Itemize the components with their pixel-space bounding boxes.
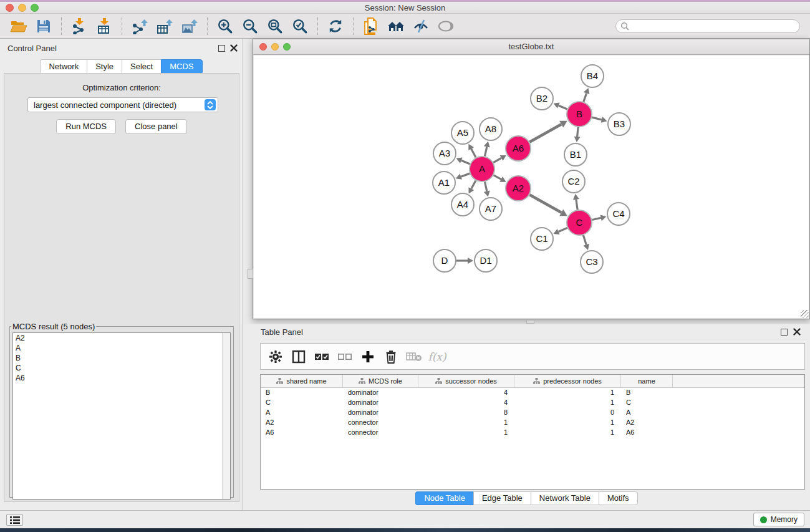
- node-C1[interactable]: C1: [531, 228, 553, 250]
- memory-button[interactable]: Memory: [753, 513, 804, 526]
- edge-A6-B[interactable]: [529, 124, 561, 142]
- edge-C-C4[interactable]: [592, 218, 600, 220]
- node-B4[interactable]: B4: [581, 65, 604, 87]
- export-table-icon[interactable]: [152, 16, 177, 37]
- open-session-icon[interactable]: [6, 16, 31, 37]
- edge-C-C2[interactable]: [576, 200, 577, 210]
- edge-A-A5[interactable]: [471, 149, 476, 158]
- zoom-window-icon[interactable]: [283, 43, 291, 51]
- node-C[interactable]: C: [567, 210, 592, 235]
- node-C2[interactable]: C2: [562, 170, 585, 193]
- minimize-window-icon[interactable]: [271, 43, 279, 51]
- node-A6[interactable]: A6: [506, 136, 531, 161]
- node-A5[interactable]: A5: [451, 122, 474, 144]
- table-row[interactable]: Cdominator41C: [261, 398, 804, 408]
- edge-B-B3[interactable]: [592, 117, 601, 120]
- table-row[interactable]: A2connector11A2: [261, 418, 804, 428]
- select-all-icon[interactable]: [313, 347, 330, 366]
- export-network-icon[interactable]: [127, 16, 152, 37]
- table-row[interactable]: Bdominator41B: [261, 388, 804, 398]
- edge-A-A4[interactable]: [471, 180, 476, 188]
- export-image-icon[interactable]: [177, 16, 202, 37]
- hide-details-icon[interactable]: [408, 16, 433, 37]
- close-panel-button[interactable]: Close panel: [125, 119, 187, 134]
- node-C4[interactable]: C4: [607, 203, 630, 225]
- node-C3[interactable]: C3: [581, 251, 603, 273]
- bird-eye-icon[interactable]: [433, 16, 458, 37]
- edge-A2-C[interactable]: [529, 195, 561, 213]
- save-session-icon[interactable]: [31, 16, 56, 37]
- criterion-select[interactable]: largest connected component (directed): [27, 97, 218, 112]
- zoom-window-icon[interactable]: [31, 4, 39, 12]
- result-list-item[interactable]: A6: [13, 373, 230, 383]
- close-panel-icon[interactable]: [793, 328, 801, 336]
- edge-A-A1[interactable]: [461, 173, 470, 177]
- zoom-in-icon[interactable]: [213, 16, 238, 37]
- network-window-titlebar[interactable]: testGlobe.txt: [253, 39, 809, 55]
- tab-motifs[interactable]: Motifs: [599, 491, 638, 505]
- zoom-selected-icon[interactable]: [287, 16, 312, 37]
- zoom-fit-icon[interactable]: [263, 16, 287, 37]
- edge-C-C3[interactable]: [583, 235, 586, 244]
- split-columns-icon[interactable]: [290, 347, 307, 366]
- float-panel-icon[interactable]: [781, 329, 788, 336]
- edge-A-A6[interactable]: [493, 158, 501, 162]
- tab-edge-table[interactable]: Edge Table: [473, 491, 531, 505]
- table-row[interactable]: Adominator80A: [261, 408, 804, 418]
- node-B2[interactable]: B2: [531, 87, 553, 110]
- search-input[interactable]: [615, 19, 800, 33]
- network-canvas[interactable]: AA1A2A3A4A5A6A7A8BB1B2B3B4CC1C2C3C4DD1: [254, 56, 809, 318]
- node-D1[interactable]: D1: [475, 249, 497, 272]
- edge-B-B4[interactable]: [584, 93, 587, 102]
- tab-style[interactable]: Style: [87, 59, 122, 74]
- panel-splitter-grabber[interactable]: [526, 320, 534, 324]
- table-header-row[interactable]: shared nameMCDS rolesuccessor nodesprede…: [261, 375, 804, 388]
- node-A1[interactable]: A1: [433, 172, 455, 194]
- result-list-item[interactable]: C: [13, 363, 230, 373]
- resize-handle-icon[interactable]: [801, 310, 809, 318]
- close-window-icon[interactable]: [259, 43, 267, 51]
- result-list-item[interactable]: A2: [13, 333, 230, 343]
- edge-A-A8[interactable]: [485, 147, 486, 156]
- result-list-item[interactable]: B: [13, 353, 230, 363]
- edge-C-C1[interactable]: [559, 228, 567, 231]
- gear-icon[interactable]: [267, 347, 284, 366]
- float-panel-icon[interactable]: [218, 45, 225, 52]
- edge-B-B2[interactable]: [559, 105, 567, 109]
- table-row[interactable]: A6connector11A6: [261, 428, 804, 438]
- column-header-name[interactable]: name: [621, 375, 673, 387]
- edge-A-A3[interactable]: [461, 160, 470, 164]
- node-A[interactable]: A: [470, 157, 494, 181]
- node-B[interactable]: B: [567, 102, 592, 127]
- close-panel-icon[interactable]: [230, 44, 238, 52]
- edge-A-A7[interactable]: [485, 182, 486, 191]
- node-A4[interactable]: A4: [451, 193, 474, 216]
- task-history-button[interactable]: [6, 514, 23, 526]
- node-B3[interactable]: B3: [608, 113, 630, 135]
- tab-node-table[interactable]: Node Table: [415, 491, 473, 505]
- import-network-icon[interactable]: [67, 16, 92, 37]
- column-header-predecessor-nodes[interactable]: predecessor nodes: [514, 375, 621, 387]
- panel-splitter-grabber[interactable]: [248, 269, 253, 279]
- tab-network-table[interactable]: Network Table: [531, 491, 599, 505]
- column-header-shared-name[interactable]: shared name: [261, 375, 343, 387]
- tab-mcds[interactable]: MCDS: [161, 59, 202, 74]
- delete-column-icon[interactable]: [382, 347, 400, 366]
- add-column-icon[interactable]: [359, 347, 377, 366]
- zoom-out-icon[interactable]: [238, 16, 263, 37]
- edge-A-A2[interactable]: [494, 175, 501, 179]
- mcds-result-list[interactable]: A2ABCA6: [12, 332, 231, 500]
- run-mcds-button[interactable]: Run MCDS: [56, 119, 116, 134]
- node-A8[interactable]: A8: [480, 118, 502, 140]
- node-D[interactable]: D: [433, 249, 456, 272]
- node-table[interactable]: shared nameMCDS rolesuccessor nodesprede…: [260, 374, 805, 490]
- tab-select[interactable]: Select: [122, 59, 161, 74]
- import-table-icon[interactable]: [92, 16, 117, 37]
- column-header-mcds-role[interactable]: MCDS role: [343, 375, 418, 387]
- deselect-all-icon[interactable]: [336, 347, 354, 366]
- node-A7[interactable]: A7: [480, 198, 502, 220]
- clipboard-network-icon[interactable]: [359, 16, 383, 37]
- node-A2[interactable]: A2: [506, 176, 531, 201]
- home-icon[interactable]: [383, 16, 408, 37]
- node-B1[interactable]: B1: [564, 143, 587, 166]
